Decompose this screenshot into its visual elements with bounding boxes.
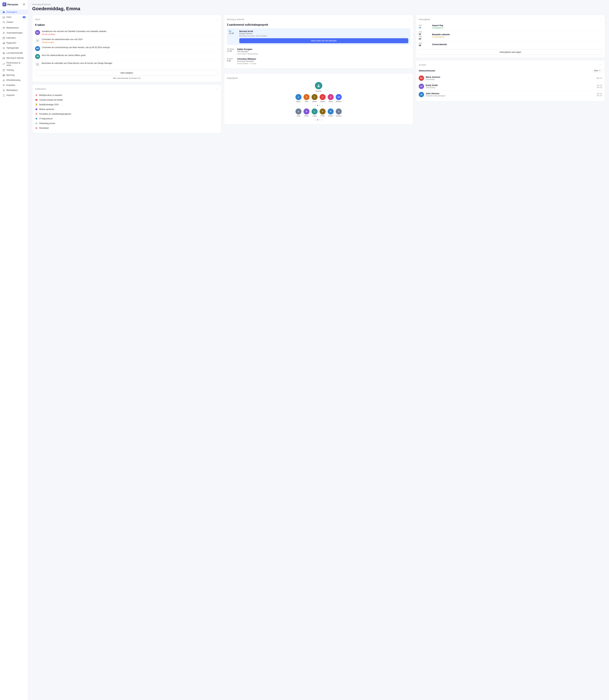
trending-up-icon bbox=[2, 63, 5, 65]
absence-row: Jun 16 Impact Day Goedgekeurd bbox=[419, 23, 602, 30]
event-avatar: ES bbox=[419, 84, 424, 89]
org-avatar: S bbox=[336, 108, 342, 115]
task-text: Keur het ziektecertificaat van James Mil… bbox=[42, 54, 219, 57]
absence-menu[interactable]: ··· bbox=[598, 18, 602, 21]
shortcut-item[interactable]: Youtube-kanaal het bedrijf bbox=[35, 98, 219, 102]
day-label: Morgen bbox=[227, 58, 235, 60]
sidebar-item-automatiseringen[interactable]: Automatiseringen bbox=[0, 30, 28, 35]
org-next-arrow[interactable]: › bbox=[321, 118, 323, 122]
interview-info: Normat Scott Design Director Benedict Go… bbox=[239, 30, 408, 43]
shortcut-item[interactable]: Meetin opnames bbox=[35, 107, 219, 112]
org-prev-arrow[interactable]: ‹ bbox=[314, 118, 316, 122]
time-value: 10:30 bbox=[229, 32, 237, 35]
sidebar-item-training[interactable]: Training bbox=[0, 68, 28, 73]
sidebar-label: Whistleblowing bbox=[6, 79, 20, 81]
shortcuts-title: Sneltoetsen bbox=[35, 88, 46, 90]
absence-title: Afwezigheid bbox=[419, 18, 430, 21]
interview-name: Christina Williams bbox=[237, 58, 410, 60]
sidebar-item-startpagina[interactable]: Startpagina bbox=[0, 10, 28, 15]
shortcut-item[interactable]: Bedrijfsstrategie 2024 bbox=[35, 102, 219, 107]
sidebar-label: Enquêtes bbox=[6, 84, 15, 86]
join-interview-button[interactable]: Neem deel aan het interview bbox=[239, 38, 408, 43]
app-logo: P Personio bbox=[2, 2, 18, 6]
event-info: Emily Smith Onboarding bbox=[426, 84, 595, 88]
col-left: Inbox ··· 6 taken DC Goedkeuren het verz… bbox=[32, 15, 221, 133]
sidebar-toggle[interactable] bbox=[22, 3, 25, 6]
shortcut-item[interactable]: IT-helpcentrum bbox=[35, 116, 219, 121]
org-menu[interactable]: ··· bbox=[407, 76, 410, 80]
org-person: R Robert bbox=[328, 108, 334, 117]
sidebar-item-kalenders[interactable]: Kalenders bbox=[0, 35, 28, 40]
shortcuts-menu[interactable]: ··· bbox=[215, 87, 219, 91]
shortcut-x2-icon bbox=[35, 112, 38, 115]
absence-request-button[interactable]: Afwezigheid aanvragen bbox=[419, 49, 602, 55]
event-item: JS John Stevens Betaalde vakantiedagen J… bbox=[419, 90, 602, 99]
task-avatar: JM bbox=[35, 54, 40, 59]
shortcut-item[interactable]: Onbarding proces bbox=[35, 121, 219, 126]
sidebar-item-importen[interactable]: Importen bbox=[0, 93, 28, 98]
sidebar-item-loonadministratie[interactable]: Loonadministratie bbox=[0, 50, 28, 55]
page-header: woensdag 28 februari Goedemiddag, Emma bbox=[32, 3, 605, 12]
sidebar-label: Performance & ontw... bbox=[6, 62, 25, 66]
day-time: 11:30 bbox=[227, 50, 235, 52]
alles-bekijken-button[interactable]: Alles bekijken bbox=[35, 70, 219, 76]
open-verzoeken-link[interactable]: Mijn openstaande verzoeken (2) bbox=[35, 77, 219, 79]
org-name: Sam bbox=[305, 101, 308, 102]
sidebar-item-zoeken[interactable]: Zoeken bbox=[0, 20, 28, 25]
org-dot bbox=[319, 119, 320, 120]
sidebar-item-beloning[interactable]: Beloning bbox=[0, 73, 28, 77]
sidebar-item-performance[interactable]: Performance & ontw... bbox=[0, 60, 28, 68]
svg-rect-0 bbox=[23, 3, 25, 4]
absence-title-text: Zomervakantie bbox=[432, 43, 602, 46]
shortcut-item[interactable]: Bedrijfscultuur & waarden bbox=[35, 93, 219, 98]
org-row2: A Andi R Romy L Liliya P bbox=[227, 108, 410, 117]
filter-label: Alles bbox=[594, 70, 598, 72]
interview-row: Vandaag 11:30 Eddie Douglas HR Manager J… bbox=[227, 47, 410, 56]
sidebar-label: Training bbox=[6, 69, 14, 71]
sidebar-item-enquetes[interactable]: Enquêtes bbox=[0, 83, 28, 88]
event-item: MJ Maria Jackson Verjaardag Mai 21 bbox=[419, 74, 602, 82]
svg-point-16 bbox=[4, 91, 4, 91]
event-dates: Mai 21 bbox=[596, 77, 602, 79]
shortcut-item[interactable]: Reisbeleid bbox=[35, 126, 219, 130]
svg-rect-2 bbox=[23, 5, 25, 5]
org-avatar: A bbox=[328, 94, 334, 100]
gebeurtenissen-label: Gebeurtenissen bbox=[419, 69, 435, 72]
team-filter-button[interactable]: Alles bbox=[593, 69, 602, 72]
org-next-arrow[interactable]: › bbox=[321, 104, 323, 107]
org-avatar: L bbox=[312, 108, 317, 115]
svg-rect-9 bbox=[4, 42, 5, 44]
sidebar-item-inbox[interactable]: Inbox 6 bbox=[0, 15, 28, 20]
inbox-header: Inbox ··· bbox=[35, 18, 219, 21]
org-name: Robert bbox=[328, 115, 333, 117]
sidebar: P Personio Startpagina Inbox 6 Zo bbox=[0, 0, 28, 700]
org-name: Andi bbox=[297, 115, 300, 117]
org-prev-arrow[interactable]: ‹ bbox=[314, 104, 316, 107]
sidebar-header: P Personio bbox=[0, 0, 28, 8]
search-icon bbox=[2, 21, 5, 23]
sidebar-item-werving[interactable]: Werving & selectie bbox=[0, 55, 28, 60]
inbox-icon bbox=[2, 16, 5, 18]
interview-info: Christina Williams Executive Assistant E… bbox=[237, 58, 410, 65]
org-center-avatar bbox=[315, 82, 322, 89]
org-person: MM Markus bbox=[336, 94, 342, 102]
inbox-menu[interactable]: ··· bbox=[215, 18, 219, 21]
event-info: John Stevens Betaalde vakantiedagen bbox=[426, 92, 595, 97]
sidebar-item-whistleblowing[interactable]: Whistleblowing bbox=[0, 77, 28, 83]
werving-menu[interactable]: ··· bbox=[407, 18, 410, 21]
org-dot bbox=[319, 105, 320, 106]
team-menu[interactable]: ··· bbox=[598, 63, 602, 67]
sidebar-item-rapporten[interactable]: Rapporten bbox=[0, 40, 28, 46]
task-item: DC Goedkeuren het verzoek van Daniella C… bbox=[35, 29, 219, 37]
task-text: Beoordeel de sollicitatie van Paola Brac… bbox=[42, 62, 219, 65]
shortcut-item[interactable]: Prestaties en ontwikkelingstrajecten bbox=[35, 112, 219, 116]
task-avatar: DC bbox=[35, 30, 40, 35]
alert-icon bbox=[2, 79, 5, 82]
sidebar-item-medewerkers[interactable]: Medewerkers bbox=[0, 25, 28, 30]
sidebar-item-marketplace[interactable]: Marketplace bbox=[0, 88, 28, 93]
app-name: Personio bbox=[7, 3, 18, 6]
sidebar-item-tijdregistratie[interactable]: Tijdregistratie bbox=[0, 46, 28, 50]
org-header: Organigram ··· bbox=[227, 76, 410, 80]
org-avatar: R bbox=[328, 108, 334, 115]
interview-role: HR Manager bbox=[237, 50, 410, 52]
